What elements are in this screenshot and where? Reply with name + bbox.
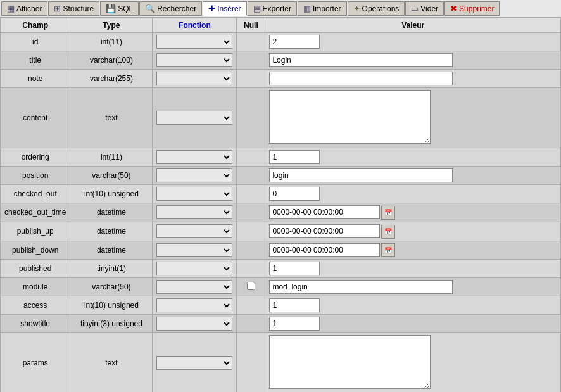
fonction-select-position[interactable] xyxy=(156,168,232,182)
table-row: paramstext xyxy=(1,333,561,392)
importer-label: Importer xyxy=(313,4,341,13)
cell-fonction[interactable] xyxy=(153,241,237,260)
calendar-btn-publish_down[interactable]: 📅 xyxy=(381,243,395,257)
fonction-select-note[interactable] xyxy=(156,72,232,85)
value-input-checked_out[interactable] xyxy=(269,187,320,201)
cell-valeur[interactable] xyxy=(265,333,561,392)
fonction-select-ordering[interactable] xyxy=(156,150,232,164)
cell-valeur[interactable] xyxy=(265,51,561,70)
cell-fonction[interactable] xyxy=(153,222,237,241)
cell-null[interactable] xyxy=(237,333,265,392)
fonction-select-checked_out[interactable] xyxy=(156,187,232,201)
fonction-select-checked_out_time[interactable] xyxy=(156,205,232,219)
cell-valeur[interactable] xyxy=(265,260,561,278)
cell-fonction[interactable] xyxy=(153,70,237,88)
fonction-select-access[interactable] xyxy=(156,298,232,312)
toolbar-btn-operations[interactable]: ✦Opérations xyxy=(348,1,405,16)
cell-fonction[interactable] xyxy=(153,185,237,203)
col-null: Null xyxy=(237,18,265,33)
value-input-publish_up[interactable] xyxy=(269,224,380,238)
col-champ: Champ xyxy=(1,18,70,33)
cell-fonction[interactable] xyxy=(153,167,237,185)
cell-type: int(11) xyxy=(70,148,153,167)
cell-valeur[interactable] xyxy=(265,167,561,185)
cell-fonction[interactable] xyxy=(153,33,237,51)
toolbar-btn-importer[interactable]: ▥Importer xyxy=(298,1,347,16)
value-input-id[interactable] xyxy=(269,35,320,49)
toolbar-btn-sql[interactable]: 💾SQL xyxy=(100,1,139,16)
cell-fonction[interactable] xyxy=(153,296,237,315)
cell-valeur[interactable] xyxy=(265,278,561,296)
calendar-btn-publish_up[interactable]: 📅 xyxy=(381,225,395,239)
cell-null[interactable] xyxy=(237,241,265,260)
cell-fonction[interactable] xyxy=(153,51,237,70)
cell-champ: id xyxy=(1,33,70,51)
value-input-module[interactable] xyxy=(269,280,453,294)
value-input-note[interactable] xyxy=(269,72,453,85)
cell-valeur[interactable]: 📅 xyxy=(265,203,561,222)
fonction-select-publish_down[interactable] xyxy=(156,243,232,257)
cell-valeur[interactable] xyxy=(265,148,561,167)
toolbar-btn-rechercher[interactable]: 🔍Rechercher xyxy=(139,1,202,16)
toolbar-btn-structure[interactable]: ⊞Structure xyxy=(48,1,99,16)
cell-valeur[interactable] xyxy=(265,70,561,88)
value-input-ordering[interactable] xyxy=(269,150,320,164)
toolbar-btn-supprimer[interactable]: ✖Supprimer xyxy=(444,1,500,16)
toolbar-btn-afficher[interactable]: ▦Afficher xyxy=(1,1,47,16)
cell-null[interactable] xyxy=(237,167,265,185)
cell-fonction[interactable] xyxy=(153,278,237,296)
cell-type: varchar(100) xyxy=(70,51,153,70)
fonction-select-params[interactable] xyxy=(156,356,232,370)
cell-valeur[interactable]: 📅 xyxy=(265,241,561,260)
cell-null[interactable] xyxy=(237,148,265,167)
cell-null[interactable] xyxy=(237,203,265,222)
calendar-btn-checked_out_time[interactable]: 📅 xyxy=(381,206,395,220)
cell-null[interactable] xyxy=(237,278,265,296)
cell-null[interactable] xyxy=(237,260,265,278)
cell-null[interactable] xyxy=(237,70,265,88)
cell-fonction[interactable] xyxy=(153,333,237,392)
cell-null[interactable] xyxy=(237,51,265,70)
fonction-select-module[interactable] xyxy=(156,280,232,294)
toolbar-btn-exporter[interactable]: ▤Exporter xyxy=(248,1,297,16)
toolbar-btn-vider[interactable]: ▭Vider xyxy=(405,1,444,16)
cell-valeur[interactable]: 📅 xyxy=(265,222,561,241)
cell-valeur[interactable] xyxy=(265,315,561,333)
cell-fonction[interactable] xyxy=(153,260,237,278)
cell-valeur[interactable] xyxy=(265,296,561,315)
fonction-select-showtitle[interactable] xyxy=(156,317,232,331)
cell-fonction[interactable] xyxy=(153,203,237,222)
value-textarea-params[interactable] xyxy=(269,335,431,389)
null-checkbox-module[interactable] xyxy=(247,282,255,290)
cell-null[interactable] xyxy=(237,33,265,51)
cell-fonction[interactable] xyxy=(153,315,237,333)
value-input-showtitle[interactable] xyxy=(269,317,320,331)
fonction-select-id[interactable] xyxy=(156,35,232,49)
value-input-checked_out_time[interactable] xyxy=(269,205,380,219)
cell-valeur[interactable] xyxy=(265,185,561,203)
fonction-select-content[interactable] xyxy=(156,111,232,125)
cell-null[interactable] xyxy=(237,185,265,203)
cell-valeur[interactable] xyxy=(265,88,561,148)
toolbar-btn-inserer[interactable]: ✚Insérer xyxy=(203,1,246,16)
value-input-publish_down[interactable] xyxy=(269,243,380,257)
rechercher-icon: 🔍 xyxy=(145,4,155,13)
cell-null[interactable] xyxy=(237,296,265,315)
afficher-label: Afficher xyxy=(16,4,42,13)
value-textarea-content[interactable] xyxy=(269,90,431,144)
value-input-access[interactable] xyxy=(269,298,320,312)
fonction-select-published[interactable] xyxy=(156,262,232,275)
cell-champ: checked_out_time xyxy=(1,203,70,222)
cell-fonction[interactable] xyxy=(153,88,237,148)
table-row: checked_outint(10) unsigned xyxy=(1,185,561,203)
cell-null[interactable] xyxy=(237,88,265,148)
fonction-select-title[interactable] xyxy=(156,53,232,67)
cell-null[interactable] xyxy=(237,222,265,241)
cell-fonction[interactable] xyxy=(153,148,237,167)
value-input-published[interactable] xyxy=(269,262,320,275)
value-input-title[interactable] xyxy=(269,53,453,67)
cell-valeur[interactable] xyxy=(265,33,561,51)
fonction-select-publish_up[interactable] xyxy=(156,224,232,238)
cell-null[interactable] xyxy=(237,315,265,333)
value-input-position[interactable] xyxy=(269,168,453,182)
